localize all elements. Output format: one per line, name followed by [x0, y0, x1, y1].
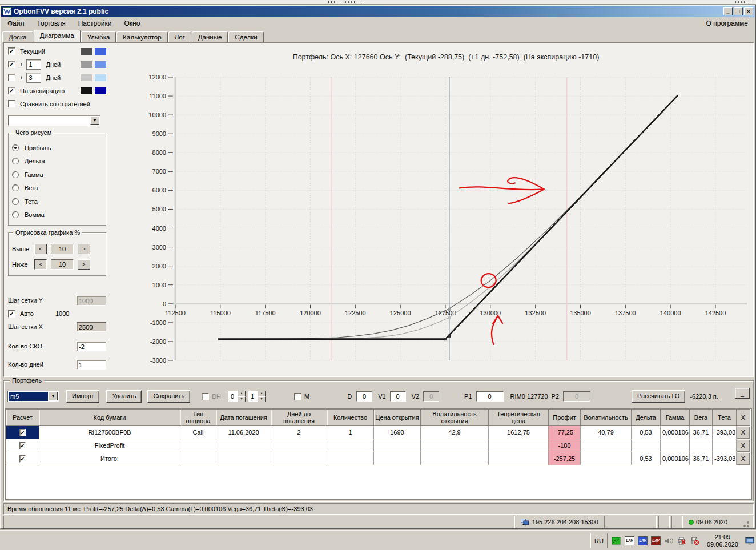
radio-Гамма[interactable]	[12, 171, 19, 178]
table-cell: 42,9	[421, 426, 489, 439]
clock[interactable]: 21:09 09.06.2020	[703, 533, 742, 548]
radio-Вомма[interactable]	[12, 211, 19, 218]
auto-checkbox[interactable]: ✓	[8, 310, 15, 318]
row-checkbox[interactable]: ✓	[19, 429, 25, 436]
radio-Дельта[interactable]	[12, 158, 19, 164]
calc-go-button[interactable]: Рассчитать ГО	[632, 390, 685, 403]
series-toggle-row: Сравнить со стратегией	[8, 97, 106, 110]
chart-green-icon[interactable]	[612, 536, 621, 545]
draw-option-row: Вомма	[12, 208, 102, 222]
grid-step-y-input[interactable]: 1000	[77, 296, 106, 306]
panel-minimize-button[interactable]: _	[735, 388, 750, 399]
below-increase-button[interactable]: >	[78, 259, 90, 270]
color-swatch	[95, 87, 106, 94]
menu-file[interactable]: Файл	[1, 18, 31, 29]
svg-text:120000: 120000	[300, 310, 321, 316]
above-decrease-button[interactable]: <	[34, 244, 47, 254]
m-checkbox[interactable]	[294, 393, 301, 400]
row-checkbox[interactable]: ✓	[19, 455, 25, 463]
payoff-chart[interactable]: 12000 11000 10000 9000 8000 7000 6000 50…	[140, 69, 754, 377]
dh-spinner-2[interactable]: 1▲▼	[248, 391, 266, 402]
series-checkbox[interactable]: ✓	[8, 61, 15, 68]
lav-white-icon[interactable]: LAV	[625, 536, 634, 545]
delete-button[interactable]: Удалить	[106, 390, 142, 403]
save-button[interactable]: Сохранить	[147, 390, 190, 403]
series-checkbox[interactable]	[8, 100, 15, 107]
radio-Вега[interactable]	[12, 184, 19, 191]
lav-blue-icon[interactable]: LAV	[638, 536, 648, 545]
series-toggle-row: ✓ Текущий	[8, 45, 106, 58]
tab-smile[interactable]: Улыбка	[81, 31, 116, 42]
column-header: Волатильность	[581, 410, 632, 426]
printer-error-icon[interactable]	[677, 536, 687, 545]
speaker-icon[interactable]	[664, 536, 674, 545]
days-shift-input[interactable]: 3	[26, 73, 41, 83]
row-close-button[interactable]: X	[737, 439, 750, 452]
tab-data[interactable]: Данные	[192, 31, 228, 42]
dh-checkbox[interactable]	[202, 393, 209, 400]
portfolio-combobox[interactable]: m5 ▼	[7, 391, 59, 402]
portfolio-toolbar: m5 ▼ Импорт Удалить Сохранить DH 0▲▼ 1▲▼…	[7, 389, 734, 404]
days-count-input[interactable]: 1	[77, 360, 106, 370]
table-cell: 0,000106	[661, 452, 690, 465]
radio-Прибыль[interactable]	[12, 144, 19, 151]
diagram-panel: ✓ Текущий ✓ + 1 Дней + 3 Дней ✓ На экспи…	[3, 42, 754, 377]
show-desktop-icon[interactable]	[745, 536, 755, 545]
row-close-button[interactable]: X	[737, 452, 750, 465]
resize-grip[interactable]	[742, 516, 750, 528]
grid-step-x-input[interactable]: 2500	[77, 322, 106, 332]
table-row[interactable]: ✓ FixedProfit-180 X	[6, 439, 750, 452]
series-checkbox[interactable]	[8, 74, 15, 81]
below-decrease-button[interactable]: <	[34, 259, 47, 270]
series-checkbox[interactable]: ✓	[8, 47, 15, 55]
days-shift-input[interactable]: 1	[26, 59, 41, 70]
language-indicator[interactable]: RU	[594, 537, 604, 544]
import-button[interactable]: Импорт	[66, 390, 99, 403]
close-button[interactable]: ×	[744, 7, 753, 15]
d-input[interactable]: 0	[356, 391, 372, 402]
radio-Тета[interactable]	[12, 198, 19, 205]
tab-diagram[interactable]: Диаграмма	[34, 30, 81, 42]
flag-error-icon[interactable]	[690, 536, 700, 545]
chevron-down-icon[interactable]: ▼	[49, 392, 58, 400]
below-value[interactable]: 10	[51, 259, 74, 270]
svg-text:10000: 10000	[148, 111, 166, 118]
menu-window[interactable]: Окно	[118, 18, 147, 29]
menu-trading[interactable]: Торговля	[31, 18, 72, 29]
v1-input[interactable]: 0	[390, 391, 406, 402]
table-row[interactable]: ✓ Итого:-257,250,530,00010636,71-393,03 …	[6, 452, 750, 465]
svg-text:142500: 142500	[705, 310, 726, 316]
dh-spinner-1[interactable]: 0▲▼	[228, 391, 246, 402]
v2-input[interactable]: 0	[423, 391, 439, 402]
table-cell: 40,79	[581, 426, 632, 439]
table-cell: Call	[180, 426, 216, 439]
title-bar[interactable]: OptionFVV версия 2.1 public _ □ ×	[1, 6, 755, 17]
menu-about[interactable]: О программе	[699, 18, 755, 29]
minimize-button[interactable]: _	[723, 7, 733, 15]
series-checkbox[interactable]: ✓	[8, 87, 15, 94]
p1-input[interactable]: 0	[476, 391, 504, 402]
table-cell: 36,71	[690, 426, 713, 439]
above-value[interactable]: 10	[51, 244, 74, 254]
sko-count-input[interactable]: -2	[77, 342, 106, 351]
row-checkbox[interactable]: ✓	[19, 442, 25, 449]
maximize-button[interactable]: □	[734, 7, 743, 15]
p2-label: P2	[552, 393, 559, 400]
tab-deals[interactable]: Сделки	[228, 31, 263, 42]
tab-log[interactable]: Лог	[168, 31, 191, 42]
tab-board[interactable]: Доска	[2, 31, 33, 42]
table-cell: -393,03	[713, 426, 737, 439]
table-row[interactable]: ✓ RI127500BF0BCall11.06.202021169042,916…	[6, 426, 750, 439]
radio-label: Вомма	[25, 211, 45, 218]
menu-settings[interactable]: Настройки	[72, 18, 118, 29]
lav-red-icon[interactable]: LAV	[651, 536, 661, 545]
chart-title: Портфель: Ось X: 127660 Ось Y: (Текущий …	[140, 53, 751, 61]
tab-calculator[interactable]: Калькулятор	[116, 31, 167, 42]
chevron-down-icon[interactable]: ▼	[90, 116, 99, 125]
p2-input[interactable]: 0	[563, 391, 590, 402]
table-cell: 1690	[374, 426, 421, 439]
draw-what-options: Прибыль Дельта Гамма Вега Тета Вомма	[12, 141, 102, 222]
strategy-combobox[interactable]: ▼	[8, 115, 100, 126]
above-increase-button[interactable]: >	[78, 244, 90, 254]
row-close-button[interactable]: X	[737, 426, 750, 439]
